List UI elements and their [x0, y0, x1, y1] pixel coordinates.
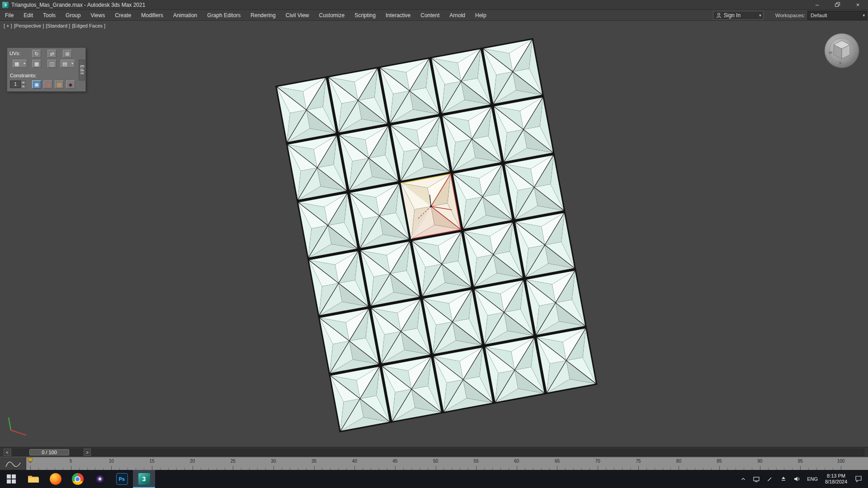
align-button[interactable]: ⊞ — [63, 50, 72, 58]
taskbar-clock[interactable]: 8:13 PM 8/18/2024 — [821, 473, 851, 485]
menu-modifiers[interactable]: Modifiers — [136, 10, 168, 20]
ruler-frame-label: 60 — [514, 459, 519, 464]
menu-group[interactable]: Group — [61, 10, 85, 20]
workspaces-caret-icon: ▾ — [863, 13, 865, 18]
workspaces-label: Workspaces: — [775, 13, 805, 18]
taskbar-3ds-max[interactable]: 3 — [133, 470, 155, 488]
window-title: Triangulos_Mas_Grande.max - Autodesk 3ds… — [11, 2, 145, 8]
taskbar-firefox[interactable] — [44, 470, 66, 488]
tray-pen-button[interactable] — [763, 470, 777, 488]
viewcube[interactable]: W S — [825, 33, 859, 68]
taskbar-photoshop[interactable]: Ps — [111, 470, 133, 488]
constraint-spinner-value[interactable]: 1 — [10, 80, 21, 88]
menu-scripting[interactable]: Scripting — [349, 10, 381, 20]
menu-views[interactable]: Views — [85, 10, 110, 20]
viewport-render-menu[interactable]: [Standard ] — [46, 23, 70, 28]
sign-in-label: Sign In — [724, 12, 741, 19]
constraint-vertex-button[interactable]: ▣ — [32, 80, 41, 89]
menu-bar: FileEditToolsGroupViewsCreateModifiersAn… — [0, 10, 868, 21]
track-bar: 0510152025303540455055606570758085909510… — [0, 457, 868, 470]
model-3d-grid[interactable] — [275, 38, 597, 432]
cast-icon — [753, 475, 760, 483]
spinner-down-icon[interactable]: ▾ — [21, 84, 26, 89]
viewport-general-menu[interactable]: [ + ] — [4, 23, 12, 28]
taskbar-file-explorer[interactable] — [22, 470, 44, 488]
rotate-button[interactable]: ↻ — [32, 50, 41, 58]
ruler-frame-label: 100 — [837, 459, 845, 464]
edit-uvs-toolbar: UVs: ↻ ⇄ ⊞ ▦▾ ▦ ◫ ▤▾ Constraints: 1 ▴ ▾ … — [7, 47, 86, 92]
menu-civil-view[interactable]: Civil View — [281, 10, 314, 20]
workspaces-dropdown[interactable]: Default ▾ — [807, 11, 867, 20]
current-frame-marker[interactable] — [28, 458, 33, 461]
menu-edit[interactable]: Edit — [19, 10, 38, 20]
taskbar: Ps 3 — [0, 470, 868, 488]
viewport-pov-menu[interactable]: [Perspective ] — [14, 23, 44, 28]
ruler-frame-label: 25 — [231, 459, 236, 464]
next-frame-button[interactable]: > — [84, 449, 91, 456]
viewport-label: [ + ] [Perspective ] [Standard ] [Edged … — [4, 23, 105, 28]
menu-help[interactable]: Help — [470, 10, 491, 20]
close-button[interactable]: × — [848, 0, 868, 9]
menu-rendering[interactable]: Rendering — [245, 10, 280, 20]
menu-create[interactable]: Create — [110, 10, 136, 20]
mini-curve-editor-button[interactable] — [0, 457, 26, 470]
clock-date: 8/18/2024 — [825, 479, 847, 485]
tray-cast-button[interactable] — [750, 470, 763, 488]
firefox-icon — [50, 473, 61, 485]
ruler-frame-label: 70 — [595, 459, 600, 464]
sign-in-button[interactable]: Sign In ▾ — [713, 11, 764, 20]
language-indicator[interactable]: ENG — [804, 470, 821, 488]
timeline-ruler[interactable]: 0510152025303540455055606570758085909510… — [0, 457, 868, 470]
minimize-button[interactable]: – — [807, 0, 827, 9]
spinner-up-icon[interactable]: ▴ — [21, 80, 26, 84]
time-slider-track[interactable]: 0 / 100 > — [13, 449, 864, 456]
world-axis-gizmo — [9, 418, 26, 435]
grid-snap-button[interactable]: ▦ — [32, 60, 41, 68]
viewcube-west-label: W — [829, 51, 832, 55]
sign-in-caret-icon[interactable]: ▾ — [753, 13, 761, 18]
tray-volume-button[interactable] — [790, 470, 804, 488]
menu-content[interactable]: Content — [415, 10, 444, 20]
constraint-spinner[interactable]: 1 ▴ ▾ — [10, 80, 26, 88]
viewport-canvas[interactable]: W S — [0, 21, 868, 447]
action-center-button[interactable] — [851, 470, 868, 488]
options-dropdown[interactable]: ▤▾ — [61, 60, 75, 68]
ruler-frame-label: 35 — [311, 459, 316, 464]
transform-dropdown[interactable]: ▦▾ — [13, 60, 27, 68]
ruler-frame-label: 10 — [109, 459, 114, 464]
constraints-label: Constraints: — [10, 73, 37, 78]
ruler-frame-label: 20 — [190, 459, 195, 464]
windows-logo-icon — [7, 474, 16, 483]
tray-usb-button[interactable] — [777, 470, 790, 488]
menu-graph-editors[interactable]: Graph Editors — [202, 10, 245, 20]
menu-interactive[interactable]: Interactive — [381, 10, 415, 20]
edit-tab[interactable]: Edit — [79, 60, 85, 80]
start-button[interactable] — [0, 470, 22, 488]
menu-animation[interactable]: Animation — [168, 10, 202, 20]
viewport[interactable]: [ + ] [Perspective ] [Standard ] [Edged … — [0, 21, 868, 447]
viewport-shading-menu[interactable]: [Edged Faces ] — [72, 23, 105, 28]
menu-tools[interactable]: Tools — [38, 10, 61, 20]
ruler-frame-label: 95 — [798, 459, 803, 464]
chevron-up-icon — [740, 476, 746, 482]
menu-customize[interactable]: Customize — [314, 10, 350, 20]
taskbar-chrome[interactable] — [66, 470, 89, 488]
time-slider-handle[interactable]: 0 / 100 — [29, 449, 69, 455]
menu-file[interactable]: File — [0, 10, 19, 20]
curve-icon — [5, 460, 22, 469]
pen-icon — [766, 475, 774, 483]
taskbar-tor-browser[interactable] — [89, 470, 111, 488]
tray-expand-button[interactable] — [737, 470, 750, 488]
window-titlebar[interactable]: 3 Triangulos_Mas_Grande.max - Autodesk 3… — [0, 0, 868, 10]
ruler-frame-label: 5 — [70, 459, 72, 464]
prev-frame-button[interactable]: < — [4, 449, 11, 456]
3ds-max-icon: 3 — [138, 473, 150, 485]
constraint-face-button[interactable]: ▧ — [55, 80, 64, 89]
maximize-button[interactable] — [827, 0, 848, 9]
soft-selection-button[interactable]: ◫ — [47, 60, 57, 68]
constraint-edge-button[interactable]: ◉ — [43, 80, 52, 89]
mirror-button[interactable]: ⇄ — [47, 50, 57, 58]
constraint-element-button[interactable]: ◆ — [66, 80, 75, 89]
menu-arnold[interactable]: Arnold — [444, 10, 470, 20]
ruler-frame-label: 15 — [149, 459, 154, 464]
